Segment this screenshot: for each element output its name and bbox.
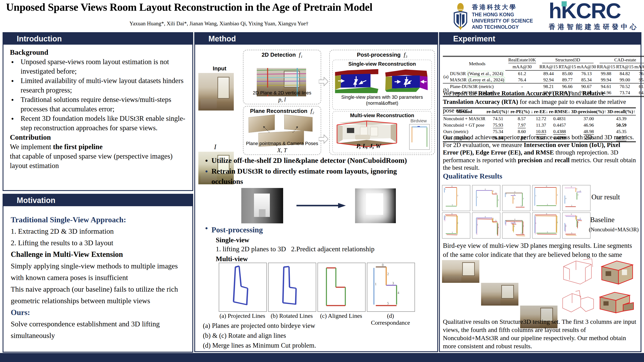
svg-text:0: 0 <box>452 213 452 215</box>
qualitative-results-heading: Qualitative Results <box>443 172 502 180</box>
method-bullet-2: ●Retrain DUSt3R to directly estimate roo… <box>202 166 418 187</box>
svg-text:0: 0 <box>546 185 547 187</box>
poster-root: Unposed Sparse Views Room Layout Reconst… <box>0 0 644 362</box>
svg-text:1: 1 <box>477 196 478 198</box>
panel-caption-a: (a) Projected Lines <box>219 313 266 319</box>
svg-text:5: 5 <box>571 232 572 234</box>
svg-text:0: 0 <box>571 186 572 188</box>
svg-text:3: 3 <box>547 203 548 206</box>
contribution-line-1: We implement the first pipeline <box>10 142 187 151</box>
hkcrc-wordmark: hKCRC <box>549 0 639 21</box>
flow-arrow-icon <box>319 134 328 144</box>
svg-text:3: 3 <box>392 281 394 285</box>
our-result-label: Our result <box>592 193 620 201</box>
hkcrc-logo: hKCRC 香港智能建造研發中心 <box>549 0 639 31</box>
intro-bullet-2: ●Limited availability of multi-view layo… <box>10 76 187 95</box>
challenge-paragraph-1: Simply applying single-view methods to m… <box>11 260 186 284</box>
bullet-icon: ● <box>202 166 212 187</box>
section-experiment-header: Experiment <box>440 33 640 45</box>
plane-segmentation-right <box>384 68 429 93</box>
challenge-heading: Challenge in Multi-View Extension <box>11 249 186 260</box>
birdview-baseline-4: 0123 <box>532 212 560 239</box>
background-heading: Background <box>10 48 187 57</box>
svg-text:3: 3 <box>578 221 578 224</box>
plane-reconstruction-box: Plane Reconstruction f₂ Plane pointmaps … <box>243 106 321 155</box>
depth-map-before <box>241 188 283 223</box>
svg-text:5: 5 <box>387 302 389 305</box>
section-experiment: Experiment MethodsRealEstate10KStructure… <box>439 32 642 352</box>
multi-view-vars: P, L, J, W <box>356 142 381 150</box>
section-motivation-header: Motivation <box>4 195 192 206</box>
single-view-reconstruction-title: Single-view Reconstruction <box>333 61 432 67</box>
plane-segmentation-left <box>334 68 380 93</box>
svg-text:0: 0 <box>485 216 486 218</box>
hkust-chinese-name: 香港科技大學 <box>472 3 533 11</box>
bullet-icon: ● <box>10 114 20 133</box>
poster-title: Unposed Sparse Views Room Layout Reconst… <box>6 1 450 13</box>
svg-text:2: 2 <box>580 217 580 220</box>
ours-paragraph: Solve correspondence establishment and 3… <box>11 318 186 342</box>
birdview-our-1: 0123 <box>442 185 470 211</box>
approach-step-1: 1. Extracting 2D & 3D information <box>11 226 186 237</box>
svg-text:0: 0 <box>546 213 547 215</box>
birdview-our-4: 0123 <box>532 185 560 211</box>
metrics-note-paragraph: Our method achieves superior performance… <box>443 133 636 172</box>
svg-text:1: 1 <box>536 195 536 197</box>
2d-detection-box: 2D Detection f₁ 2D Plane & 2D verti <box>243 50 321 104</box>
svg-text:1: 1 <box>445 215 446 218</box>
contribution-heading: Contribution <box>10 133 187 142</box>
section-introduction: Introduction Background ●Unposed sparse-… <box>2 32 193 191</box>
section-method-header: Method <box>195 33 437 45</box>
2d-detection-vars: p, l <box>244 96 321 103</box>
post-processing-heading: ●Post-processing <box>202 225 263 234</box>
svg-text:1: 1 <box>477 224 478 226</box>
input-photo-1 <box>198 73 234 110</box>
svg-text:1: 1 <box>445 188 446 190</box>
svg-text:5: 5 <box>571 205 572 207</box>
transform-arrow-icon <box>296 203 346 209</box>
svg-text:3: 3 <box>547 231 548 233</box>
svg-text:5: 5 <box>520 205 522 207</box>
intro-bullet-3: ●Traditional solutions require dense-vie… <box>10 95 187 114</box>
2d-detection-caption: 2D Plane & 2D vertical lines <box>244 90 321 96</box>
method-pipeline-figure: Input I 2D Detection f₁ <box>196 47 435 154</box>
birdview-label: Birdview <box>408 118 429 123</box>
svg-text:4: 4 <box>398 291 399 295</box>
bullet-icon: ● <box>10 76 20 95</box>
aligned-lines-panel <box>318 263 366 312</box>
svg-text:4: 4 <box>514 221 515 223</box>
intro-bullet-1: ●Unposed sparse-views room layout estima… <box>10 57 187 76</box>
footer-bar <box>0 353 644 362</box>
birdview-our-3: 012345 <box>502 185 530 211</box>
svg-text:2: 2 <box>493 218 494 220</box>
baseline-wireframe-result <box>560 290 595 315</box>
citation-link[interactable]: (Wang et al., 2024) <box>467 71 504 76</box>
svg-text:1: 1 <box>506 193 506 195</box>
hkust-logo: 香港科技大學 THE HONG KONG UNIVERSITY OF SCIEN… <box>452 2 533 30</box>
single-view-reconstruction-box: Single-view Reconstruction <box>332 60 432 110</box>
hkust-english-name-line3: AND TECHNOLOGY <box>472 24 533 30</box>
final-caption: Qualitative results on Structure3D testi… <box>443 318 636 350</box>
hkcrc-chinese-name: 香港智能建造研發中心 <box>549 22 639 31</box>
svg-text:2: 2 <box>387 272 389 276</box>
birdview-baseline-5: 012345 <box>562 212 590 239</box>
svg-text:2: 2 <box>523 225 524 227</box>
poster-authors: Yaxuan Huang*, Xili Dai*, Jianan Wang, X… <box>103 20 335 27</box>
birdview-baseline-2: 01234 <box>472 212 500 239</box>
svg-text:0: 0 <box>452 185 452 187</box>
figure-input-symbol: I <box>214 143 216 151</box>
multi-view-subheading: Multi-view <box>216 255 248 263</box>
our-3d-result <box>598 291 636 314</box>
svg-text:2: 2 <box>523 197 524 200</box>
section-motivation: Motivation Traditional Single-View Appro… <box>2 194 193 353</box>
post-processing-title: Post-processing f₃ <box>330 51 434 58</box>
svg-text:3: 3 <box>578 194 578 196</box>
citation-link[interactable]: (Leroy et al., 2024) <box>468 77 505 83</box>
figure-input-label: Input <box>213 65 226 72</box>
hkust-english-name-line2: UNIVERSITY OF SCIENCE <box>472 18 533 24</box>
section-introduction-header: Introduction <box>4 33 192 45</box>
baseline-label: Baseline <box>590 216 614 224</box>
svg-text:0: 0 <box>485 188 486 191</box>
method-bullet-1: ●Utilize off-the-shelf 2D line&plane det… <box>202 155 431 166</box>
plane-reconstruction-caption: Plane pointmaps & Camera Poses <box>244 141 321 146</box>
